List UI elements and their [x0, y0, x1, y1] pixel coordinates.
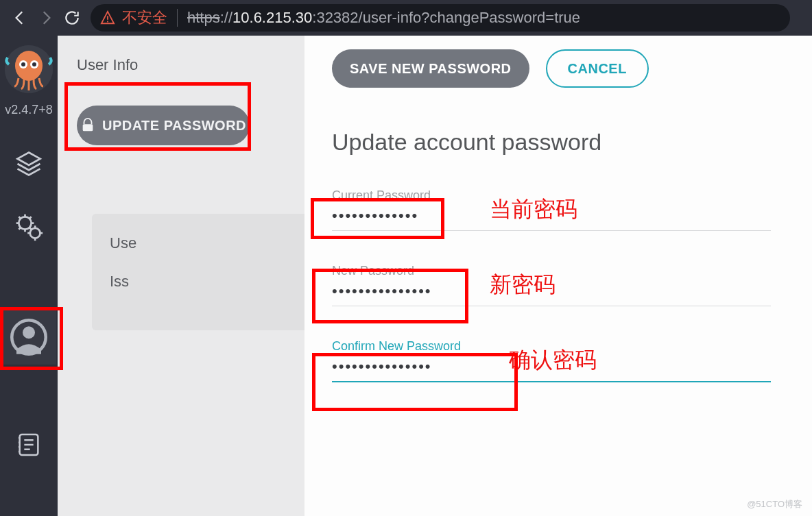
annot-current: 当前密码 [490, 195, 577, 225]
notes-icon [15, 431, 43, 458]
svg-point-7 [32, 62, 36, 66]
new-password-input[interactable]: ••••••••••••••• [332, 282, 442, 304]
sidebar-item-user[interactable] [1, 310, 56, 365]
sidebar-item-settings[interactable] [12, 210, 45, 243]
current-password-input[interactable]: ••••••••••••• [332, 207, 442, 229]
confirm-password-field-row: Confirm New Password ••••••••••••••• 确认密… [332, 339, 771, 382]
update-password-label: UPDATE PASSWORD [102, 118, 246, 134]
update-password-panel: SAVE NEW PASSWORD CANCEL Update account … [304, 36, 812, 516]
cancel-button[interactable]: CANCEL [546, 49, 649, 88]
svg-point-9 [30, 228, 40, 238]
nav-back-button[interactable] [7, 5, 33, 31]
card-row-issuer: Iss [110, 273, 294, 291]
sidebar-item-layers[interactable] [12, 147, 45, 180]
panel-heading: Update account password [332, 129, 771, 156]
svg-rect-0 [107, 16, 108, 20]
address-url: https://10.6.215.30:32382/user-info?chan… [187, 9, 580, 27]
divider [177, 9, 178, 27]
lock-icon [80, 118, 95, 133]
confirm-password-label: Confirm New Password [332, 339, 461, 354]
insecure-label: 不安全 [122, 8, 167, 28]
confirm-password-input[interactable]: ••••••••••••••• [332, 358, 461, 380]
layers-icon [14, 149, 44, 179]
address-bar[interactable]: 不安全 https://10.6.215.30:32382/user-info?… [91, 4, 790, 32]
page-title: User Info [77, 56, 285, 74]
update-password-button[interactable]: UPDATE PASSWORD [77, 106, 250, 145]
save-new-password-button[interactable]: SAVE NEW PASSWORD [332, 49, 529, 88]
watermark: @51CTO博客 [747, 498, 802, 511]
app-avatar[interactable] [5, 45, 53, 93]
user-info-panel: User Info UPDATE PASSWORD Use Iss [58, 36, 304, 516]
gear-icon [14, 212, 44, 242]
new-password-label: New Password [332, 264, 442, 278]
svg-point-5 [21, 62, 25, 66]
nav-reload-button[interactable] [59, 5, 85, 31]
svg-rect-13 [83, 124, 93, 131]
annot-confirm: 确认密码 [509, 345, 597, 376]
new-password-field-row: New Password ••••••••••••••• 新密码 [332, 264, 771, 306]
sidebar-item-notes[interactable] [12, 428, 45, 461]
user-icon [10, 319, 47, 356]
browser-chrome-bar: 不安全 https://10.6.215.30:32382/user-info?… [0, 0, 812, 36]
current-password-field-row: Current Password ••••••••••••• 当前密码 [332, 188, 771, 231]
current-password-label: Current Password [332, 188, 442, 203]
card-row-user: Use [110, 234, 294, 252]
svg-point-3 [15, 51, 43, 81]
info-card: Use Iss [92, 214, 311, 330]
svg-rect-1 [107, 21, 108, 23]
insecure-warning-icon [100, 10, 115, 25]
svg-point-11 [23, 326, 35, 339]
svg-point-8 [19, 217, 31, 229]
annot-new: 新密码 [490, 270, 556, 300]
app-version: v2.4.7+8 [5, 103, 53, 117]
nav-forward-button[interactable] [33, 5, 59, 31]
sidebar-rail: v2.4.7+8 [0, 36, 58, 516]
